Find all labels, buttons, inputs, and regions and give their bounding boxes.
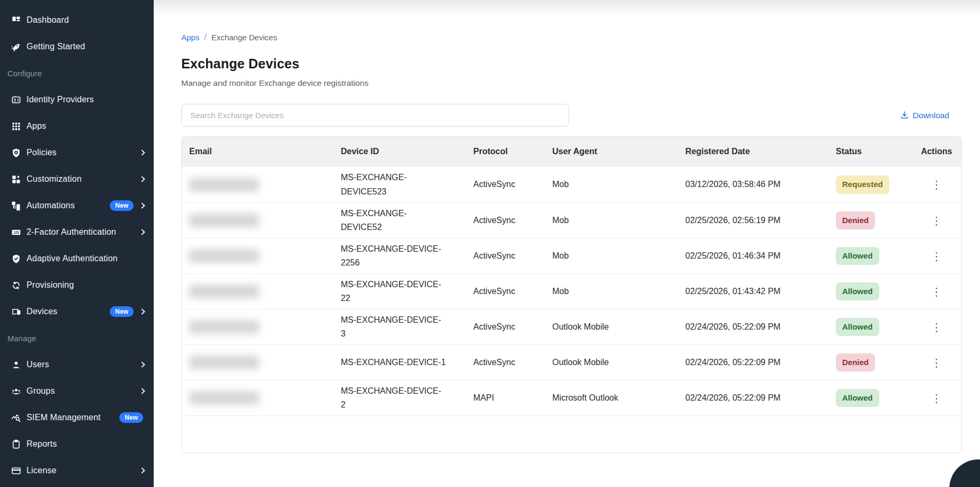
column-header-device-id: Device ID bbox=[333, 145, 466, 158]
sidebar-item-policies[interactable]: Policies bbox=[0, 139, 154, 166]
chevron-right-icon bbox=[139, 229, 145, 235]
shield-check-icon bbox=[11, 253, 21, 264]
registered-date-cell: 02/25/2026, 01:43:42 PM bbox=[678, 285, 828, 298]
row-actions-kebab-icon[interactable]: ⋮ bbox=[912, 322, 961, 333]
status-badge: Allowed bbox=[836, 389, 879, 408]
sidebar-item-dashboard[interactable]: Dashboard bbox=[0, 7, 154, 33]
search-input[interactable] bbox=[181, 104, 569, 127]
sidebar-item-users[interactable]: Users bbox=[0, 351, 154, 378]
redacted-email-blur bbox=[189, 356, 259, 369]
page-subtitle: Manage and monitor Exchange device regis… bbox=[181, 78, 962, 88]
protocol-cell: ActiveSync bbox=[466, 356, 545, 369]
breadcrumb-apps-link[interactable]: Apps bbox=[181, 33, 199, 42]
device-id-cell: MS-EXCHANGE-DEVICE-1 bbox=[333, 356, 466, 369]
sidebar-item-adaptive-auth[interactable]: Adaptive Authentication bbox=[0, 245, 154, 272]
sidebar-item-license[interactable]: License bbox=[0, 457, 154, 484]
sidebar-item-reports[interactable]: Reports bbox=[0, 431, 154, 457]
breadcrumb-separator: / bbox=[204, 32, 206, 42]
row-actions-kebab-icon[interactable]: ⋮ bbox=[912, 179, 961, 190]
sidebar-item-devices[interactable]: Devices New bbox=[0, 298, 154, 325]
protocol-cell: ActiveSync bbox=[466, 285, 545, 298]
redacted-email-blur bbox=[189, 178, 259, 192]
page-title: Exchange Devices bbox=[181, 56, 962, 72]
new-badge: New bbox=[119, 412, 143, 423]
user-agent-cell: Mob bbox=[545, 285, 678, 298]
sidebar-item-label: Reports bbox=[27, 439, 57, 449]
sidebar-item-automations[interactable]: Automations New bbox=[0, 192, 154, 219]
toolbar: Download bbox=[181, 104, 962, 127]
sidebar-item-label: Groups bbox=[27, 386, 55, 396]
table-row: MS-EXCHANGE-DEVICE-22 ActiveSync Mob 02/… bbox=[182, 273, 961, 309]
table-footer bbox=[182, 415, 961, 453]
row-actions-kebab-icon[interactable]: ⋮ bbox=[912, 393, 961, 404]
sidebar-item-identity-providers[interactable]: Identity Providers bbox=[0, 86, 154, 113]
main-content: Apps / Exchange Devices Exchange Devices… bbox=[154, 0, 980, 487]
sidebar-item-2fa[interactable]: 123 2-Factor Authentication bbox=[0, 219, 154, 245]
sidebar-item-label: Identity Providers bbox=[27, 95, 94, 104]
email-cell bbox=[182, 214, 333, 227]
registered-date-cell: 02/24/2026, 05:22:09 PM bbox=[678, 356, 828, 369]
protocol-cell: MAPI bbox=[466, 391, 545, 405]
protocol-cell: ActiveSync bbox=[466, 178, 545, 191]
user-icon bbox=[11, 359, 21, 370]
column-header-registered-date: Registered Date bbox=[678, 145, 828, 158]
table-row: MS-EXCHANGE-DEVICE52 ActiveSync Mob 02/2… bbox=[182, 202, 961, 238]
status-cell: Allowed bbox=[828, 282, 912, 301]
chevron-right-icon bbox=[139, 308, 145, 314]
id-card-icon bbox=[11, 94, 21, 105]
device-id-cell: MS-EXCHANGE-DEVICE523 bbox=[333, 171, 466, 199]
row-actions-kebab-icon[interactable]: ⋮ bbox=[912, 286, 961, 297]
rocket-icon bbox=[11, 41, 21, 52]
row-actions-kebab-icon[interactable]: ⋮ bbox=[912, 215, 961, 226]
status-badge: Allowed bbox=[836, 318, 879, 337]
sidebar-section-manage: Manage bbox=[0, 325, 154, 351]
sidebar-item-getting-started[interactable]: Getting Started bbox=[0, 33, 154, 60]
table-row: MS-EXCHANGE-DEVICE-3 ActiveSync Outlook … bbox=[182, 309, 961, 344]
redacted-email-blur bbox=[189, 320, 259, 334]
table-row: MS-EXCHANGE-DEVICE523 ActiveSync Mob 03/… bbox=[182, 167, 961, 202]
status-cell: Allowed bbox=[828, 389, 912, 408]
redacted-email-blur bbox=[189, 214, 259, 227]
user-agent-cell: Outlook Mobile bbox=[545, 320, 678, 334]
table-body: MS-EXCHANGE-DEVICE523 ActiveSync Mob 03/… bbox=[182, 167, 961, 415]
email-cell bbox=[182, 356, 333, 369]
sidebar-item-label: SIEM Management bbox=[27, 413, 101, 422]
one-two-three-icon: 123 bbox=[11, 227, 21, 237]
chevron-right-icon bbox=[139, 361, 145, 367]
clipboard-icon bbox=[11, 439, 21, 449]
user-agent-cell: Mob bbox=[545, 178, 678, 191]
device-id-cell: MS-EXCHANGE-DEVICE52 bbox=[333, 207, 466, 235]
status-badge: Allowed bbox=[836, 247, 879, 265]
new-badge: New bbox=[110, 306, 134, 317]
protocol-cell: ActiveSync bbox=[466, 320, 545, 334]
sidebar-item-apps[interactable]: Apps bbox=[0, 113, 154, 139]
sidebar-item-provisioning[interactable]: Provisioning bbox=[0, 272, 154, 298]
device-id-cell: MS-EXCHANGE-DEVICE-22 bbox=[333, 278, 466, 306]
sidebar-item-label: Devices bbox=[27, 307, 57, 316]
breadcrumb: Apps / Exchange Devices bbox=[181, 32, 962, 42]
chevron-right-icon bbox=[139, 176, 145, 182]
status-badge: Denied bbox=[836, 211, 875, 230]
exchange-devices-table: Email Device ID Protocol User Agent Regi… bbox=[181, 136, 962, 453]
user-agent-cell: Outlook Mobile bbox=[545, 356, 678, 369]
sidebar-item-label: Getting Started bbox=[27, 42, 85, 51]
registered-date-cell: 02/25/2026, 02:56:19 PM bbox=[678, 214, 828, 227]
status-cell: Denied bbox=[828, 211, 912, 230]
status-badge: Denied bbox=[836, 353, 875, 372]
sidebar-item-label: Provisioning bbox=[27, 280, 74, 290]
column-header-email: Email bbox=[182, 145, 333, 158]
table-row: MS-EXCHANGE-DEVICE-1 ActiveSync Outlook … bbox=[182, 344, 961, 380]
device-id-cell: MS-EXCHANGE-DEVICE-2256 bbox=[333, 242, 466, 270]
column-header-actions: Actions bbox=[912, 145, 961, 158]
sidebar-item-siem-management[interactable]: SIEM Management New bbox=[0, 404, 154, 431]
download-button[interactable]: Download bbox=[900, 111, 949, 120]
sidebar-item-label: License bbox=[27, 466, 57, 475]
row-actions-kebab-icon[interactable]: ⋮ bbox=[912, 251, 961, 262]
registered-date-cell: 02/25/2026, 01:46:34 PM bbox=[678, 249, 828, 263]
sidebar-item-groups[interactable]: Groups bbox=[0, 378, 154, 404]
policy-shield-icon bbox=[11, 147, 21, 158]
groups-icon bbox=[11, 386, 21, 396]
sidebar-item-customization[interactable]: Customization bbox=[0, 166, 154, 192]
devices-icon bbox=[11, 306, 21, 317]
row-actions-kebab-icon[interactable]: ⋮ bbox=[912, 357, 961, 368]
